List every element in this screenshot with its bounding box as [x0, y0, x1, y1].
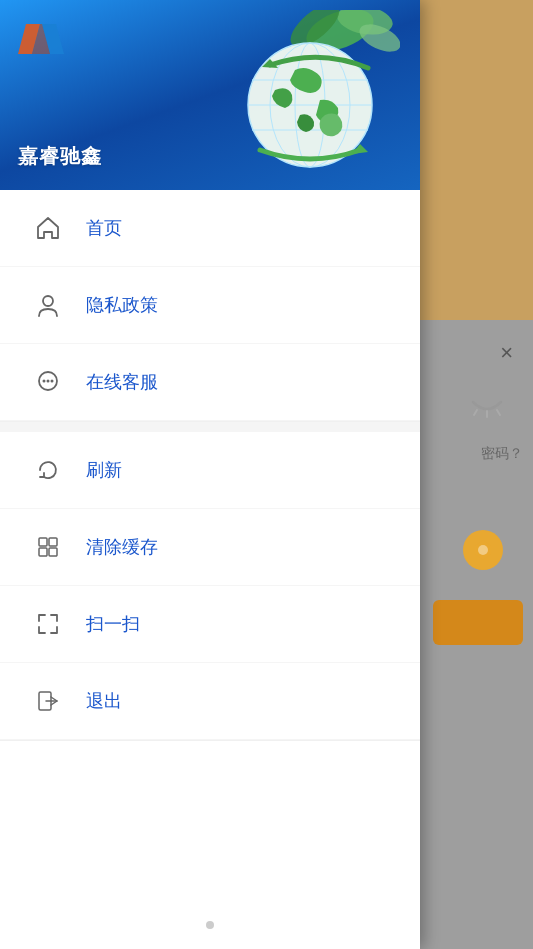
- menu-item-clear-cache[interactable]: 清除缓存: [0, 509, 420, 586]
- menu-section-tools: 刷新 清除缓存: [0, 432, 420, 741]
- drawer-menu: 首页 隐私政策: [0, 190, 420, 901]
- svg-rect-26: [49, 548, 57, 556]
- menu-label-clear-cache: 清除缓存: [86, 535, 158, 559]
- menu-item-service[interactable]: 在线客服: [0, 344, 420, 421]
- menu-item-scan[interactable]: 扫一扫: [0, 586, 420, 663]
- person-icon: [30, 287, 66, 323]
- svg-rect-23: [39, 538, 47, 546]
- right-panel-button[interactable]: [433, 600, 523, 645]
- drawer-header: 嘉睿驰鑫: [0, 0, 420, 190]
- drawer-footer: [0, 901, 420, 949]
- cache-icon: [30, 529, 66, 565]
- menu-item-logout[interactable]: 退出: [0, 663, 420, 740]
- home-icon: [30, 210, 66, 246]
- refresh-icon: [30, 452, 66, 488]
- menu-label-home: 首页: [86, 216, 122, 240]
- menu-label-scan: 扫一扫: [86, 612, 140, 636]
- navigation-drawer: 嘉睿驰鑫 首页 隐私政策: [0, 0, 420, 949]
- brand-name: 嘉睿驰鑫: [18, 143, 102, 170]
- app-logo: [18, 18, 64, 60]
- right-panel-logo-icon: [463, 530, 503, 570]
- section-divider: [0, 422, 420, 432]
- svg-rect-24: [49, 538, 57, 546]
- close-icon[interactable]: ×: [500, 340, 513, 366]
- menu-label-service: 在线客服: [86, 370, 158, 394]
- logout-icon: [30, 683, 66, 719]
- menu-label-refresh: 刷新: [86, 458, 122, 482]
- chat-icon: [30, 364, 66, 400]
- svg-point-21: [47, 380, 50, 383]
- menu-section-main: 首页 隐私政策: [0, 190, 420, 422]
- svg-line-0: [474, 410, 477, 415]
- svg-point-3: [478, 545, 488, 555]
- scan-icon: [30, 606, 66, 642]
- svg-point-18: [43, 296, 53, 306]
- menu-label-privacy: 隐私政策: [86, 293, 158, 317]
- menu-item-refresh[interactable]: 刷新: [0, 432, 420, 509]
- password-text: 密码？: [481, 445, 523, 463]
- eye-icon: [471, 400, 503, 418]
- menu-item-privacy[interactable]: 隐私政策: [0, 267, 420, 344]
- svg-rect-25: [39, 548, 47, 556]
- svg-point-20: [43, 380, 46, 383]
- svg-point-22: [51, 380, 54, 383]
- menu-label-logout: 退出: [86, 689, 122, 713]
- menu-item-home[interactable]: 首页: [0, 190, 420, 267]
- footer-dot: [206, 921, 214, 929]
- svg-line-2: [497, 410, 500, 415]
- globe-illustration: [220, 10, 400, 175]
